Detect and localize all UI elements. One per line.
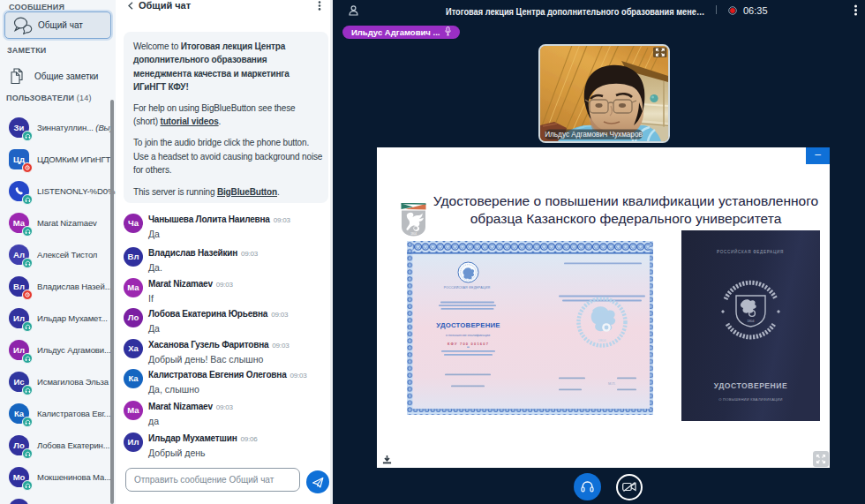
svg-text:1804: 1804 xyxy=(598,338,607,342)
svg-text:о повышении квалификации: о повышении квалификации xyxy=(446,334,490,337)
svg-text:О ПОВЫШЕНИИ КВАЛИФИКАЦИИ: О ПОВЫШЕНИИ КВАЛИФИКАЦИИ xyxy=(718,397,782,402)
svg-text:РОССИЙСКАЯ ФЕДЕРАЦИЯ: РОССИЙСКАЯ ФЕДЕРАЦИЯ xyxy=(717,248,784,254)
svg-text:УДОСТОВЕРЕНИЕ: УДОСТОВЕРЕНИЕ xyxy=(714,381,787,390)
svg-text:КФУ 700 001607: КФУ 700 001607 xyxy=(448,342,489,346)
svg-text:УДОСТОВЕРЕНИЕ: УДОСТОВЕРЕНИЕ xyxy=(436,321,500,329)
svg-text:1804: 1804 xyxy=(410,232,417,236)
svg-text:РОССИЙСКАЯ ФЕДЕРАЦИЯ: РОССИЙСКАЯ ФЕДЕРАЦИЯ xyxy=(444,286,491,290)
svg-text:М.П.: М.П. xyxy=(608,381,615,386)
svg-text:1804: 1804 xyxy=(748,320,755,323)
svg-text:Ильдус Адгамович Чухмаров: Ильдус Адгамович Чухмаров xyxy=(545,131,643,139)
